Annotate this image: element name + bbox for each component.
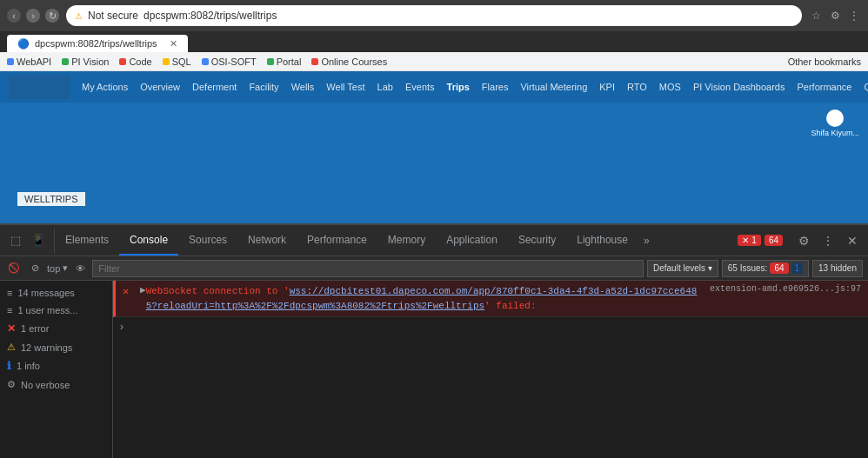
eye-icon[interactable]: 👁 [71, 260, 89, 277]
website-content: My Actions Overview Deferment Facility W… [0, 71, 868, 223]
bookmark-icon[interactable]: ☆ [809, 9, 823, 23]
devtools-panel: ⬚ 📱 Elements Console Sources Network Per… [0, 223, 868, 458]
close-devtools-icon[interactable]: ✕ [842, 230, 863, 251]
menu-icon[interactable]: ⋮ [847, 9, 861, 23]
clear-console-icon[interactable]: 🚫 [5, 260, 23, 277]
info-icon: ℹ [7, 360, 11, 372]
devtools-tabs: Elements Console Sources Network Perform… [55, 225, 732, 256]
hidden-button[interactable]: 13 hidden [812, 260, 863, 277]
devtools-icons: ⬚ 📱 [0, 229, 55, 253]
badge-warning: 64 [765, 235, 783, 246]
console-filter-input[interactable] [92, 260, 644, 277]
nav-overview[interactable]: Overview [140, 82, 180, 92]
browser-chrome: ‹ › ↻ ⚠ Not secure dpcspwm:8082/trips/we… [0, 0, 868, 31]
nav-kpi[interactable]: KPI [599, 82, 615, 92]
devtools-toolbar: ⬚ 📱 Elements Console Sources Network Per… [0, 225, 868, 256]
nav-pi-vision[interactable]: PI Vision Dashboards [693, 82, 785, 92]
tab-network[interactable]: Network [237, 225, 297, 256]
nav-wells[interactable]: Wells [291, 82, 315, 92]
console-sidebar: ≡ 14 messages ≡ 1 user mess... ✕ 1 error… [0, 281, 113, 458]
expand-arrow-icon[interactable]: ▶ [140, 284, 146, 295]
log-levels-button[interactable]: Default levels ▾ [647, 260, 718, 277]
bookmark-code[interactable]: Code [119, 56, 151, 67]
warnings-icon: ⚠ [7, 342, 16, 353]
more-tabs-icon[interactable]: » [638, 235, 655, 247]
url-text: dpcspwm:8082/trips/welltrips [144, 10, 277, 22]
nav-qlik[interactable]: Qlik IFrame Test [864, 82, 868, 92]
sidebar-item-verbose[interactable]: ⚙ No verbose [0, 375, 112, 394]
user-name: Shifa Kiyum... [811, 129, 859, 137]
forward-button[interactable]: › [26, 9, 40, 23]
bookmark-pivision-icon [62, 58, 69, 65]
tab-close[interactable]: ✕ [170, 38, 177, 50]
error-url-link[interactable]: wss://dpcbitest01.dapeco.com.om/app/870f… [146, 286, 698, 311]
tab-security[interactable]: Security [508, 225, 566, 256]
bookmark-online-courses-icon [311, 58, 318, 65]
bookmark-osisoft[interactable]: OSI-SOFT [202, 56, 257, 67]
nav-lab[interactable]: Lab [377, 82, 393, 92]
nav-deferment[interactable]: Deferment [192, 82, 237, 92]
user-messages-label: 1 user mess... [17, 305, 77, 315]
filter-icon[interactable]: ⊘ [26, 260, 43, 277]
issues-label: 65 Issues: [728, 263, 768, 273]
top-dropdown[interactable]: top ▾ [47, 262, 68, 274]
sidebar-item-warnings[interactable]: ⚠ 12 warnings [0, 338, 112, 356]
badge-error-icon: ✕ [742, 236, 749, 245]
nav-events[interactable]: Events [405, 82, 435, 92]
device-toggle-icon[interactable]: 📱 [28, 229, 49, 253]
back-button[interactable]: ‹ [7, 9, 21, 23]
bookmark-online-courses[interactable]: Online Courses [311, 56, 387, 67]
bookmark-sql-icon [163, 58, 170, 65]
nav-performance[interactable]: Performance [797, 82, 851, 92]
error-message-icon: ✕ [123, 285, 137, 298]
website-nav: My Actions Overview Deferment Facility W… [0, 71, 868, 103]
nav-trips[interactable]: Trips [447, 82, 470, 92]
verbose-icon: ⚙ [7, 379, 16, 390]
issues-button[interactable]: 65 Issues: 64 1 [722, 260, 809, 277]
badge-error: ✕ 1 [738, 235, 761, 246]
active-tab[interactable]: 🔵 dpcspwm:8082/trips/welltrips ✕ [7, 35, 188, 52]
more-options-icon[interactable]: ⋮ [818, 230, 838, 251]
all-messages-label: 14 messages [17, 288, 74, 298]
bookmark-pivision[interactable]: PI Vision [62, 56, 109, 67]
address-bar[interactable]: ⚠ Not secure dpcspwm:8082/trips/welltrip… [66, 5, 802, 26]
nav-virtual-metering[interactable]: Virtual Metering [520, 82, 587, 92]
bookmark-osisoft-label: OSI-SOFT [211, 56, 257, 67]
nav-well-test[interactable]: Well Test [326, 82, 364, 92]
tab-sources[interactable]: Sources [178, 225, 237, 256]
tab-performance[interactable]: Performance [297, 225, 377, 256]
settings-gear-icon[interactable]: ⚙ [793, 230, 814, 251]
welltrips-label: WELLTRIPS [17, 192, 85, 206]
bookmark-portal[interactable]: Portal [267, 56, 302, 67]
bookmark-other[interactable]: Other bookmarks [788, 56, 861, 67]
errors-icon: ✕ [7, 322, 16, 335]
bookmark-webapi[interactable]: WebAPI [7, 56, 51, 67]
tab-memory[interactable]: Memory [377, 225, 436, 256]
bookmark-other-label: Other bookmarks [788, 56, 861, 67]
extensions-icon[interactable]: ⚙ [828, 9, 842, 23]
bookmark-portal-icon [267, 58, 274, 65]
reload-button[interactable]: ↻ [45, 9, 59, 23]
sidebar-item-info[interactable]: ℹ 1 info [0, 356, 112, 375]
user-avatar-icon [826, 110, 844, 127]
tab-elements[interactable]: Elements [55, 225, 119, 256]
verbose-label: No verbose [21, 380, 70, 390]
tab-application[interactable]: Application [436, 225, 508, 256]
dropdown-arrow-icon: ▾ [63, 262, 68, 274]
badge-warning-count: 64 [769, 236, 778, 245]
nav-mos[interactable]: MOS [659, 82, 681, 92]
tab-console[interactable]: Console [119, 225, 178, 256]
tab-lighthouse[interactable]: Lighthouse [566, 225, 638, 256]
nav-rto[interactable]: RTO [627, 82, 647, 92]
sidebar-item-errors[interactable]: ✕ 1 error [0, 319, 112, 338]
nav-flares[interactable]: Flares [482, 82, 509, 92]
warnings-label: 12 warnings [21, 342, 72, 353]
sidebar-item-all-messages[interactable]: ≡ 14 messages [0, 284, 112, 302]
console-content: ≡ 14 messages ≡ 1 user mess... ✕ 1 error… [0, 281, 868, 458]
browser-controls: ‹ › ↻ [7, 9, 59, 23]
sidebar-item-user-messages[interactable]: ≡ 1 user mess... [0, 302, 112, 319]
inspect-element-icon[interactable]: ⬚ [5, 229, 26, 253]
nav-my-actions[interactable]: My Actions [82, 82, 128, 92]
nav-facility[interactable]: Facility [249, 82, 278, 92]
bookmark-sql[interactable]: SQL [163, 56, 191, 67]
